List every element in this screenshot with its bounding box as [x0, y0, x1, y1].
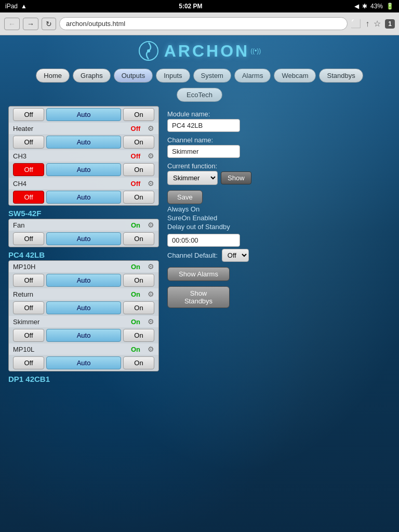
screen-icon[interactable]: ⬜: [351, 19, 361, 29]
channel-status-mp10l: On: [128, 345, 143, 353]
nav-home[interactable]: Home: [36, 69, 70, 83]
channel-row-fan: Fan On ⚙: [9, 219, 158, 231]
channel-row-mp10h: MP10H On ⚙: [9, 261, 158, 272]
channel-default-select[interactable]: Off On: [222, 249, 249, 262]
gear-icon-ch3[interactable]: ⚙: [148, 152, 154, 160]
gear-icon-fan[interactable]: ⚙: [148, 221, 154, 229]
function-select[interactable]: Skimmer Always On Light Heater Pump Fan: [167, 171, 218, 185]
tab-count[interactable]: 1: [385, 19, 395, 29]
show-function-button[interactable]: Show: [221, 171, 251, 184]
gear-icon-mp10l[interactable]: ⚙: [148, 345, 154, 353]
on-btn-pre1[interactable]: On: [123, 108, 154, 121]
channel-row-ch4: CH4 Off ⚙: [9, 178, 158, 189]
auto-btn-mp10h[interactable]: Auto: [46, 274, 121, 287]
channel-name-label: Channel name:: [167, 136, 391, 144]
share-icon[interactable]: ↑: [365, 19, 369, 29]
on-btn-ch3[interactable]: On: [123, 163, 154, 176]
always-on-text: Always On: [167, 205, 391, 213]
browser-bar: ← → ↻ ⬜ ↑ ☆ 1: [0, 12, 399, 35]
gear-icon-heater[interactable]: ⚙: [148, 124, 154, 132]
channel-name-input[interactable]: [167, 145, 240, 158]
channel-status-heater: Off: [128, 125, 143, 132]
auto-btn-ch3[interactable]: Auto: [46, 163, 121, 176]
url-bar[interactable]: [59, 17, 348, 30]
channel-status-ch3: Off: [128, 152, 143, 160]
channel-row-heater: Heater Off ⚙: [9, 123, 158, 134]
nav-system[interactable]: System: [193, 69, 231, 83]
on-btn-return[interactable]: On: [123, 301, 154, 314]
channel-row-return: Return On ⚙: [9, 288, 158, 300]
channel-name-mp10l: MP10L: [13, 345, 128, 353]
status-right: ◀ ✱ 43% 🔋: [354, 3, 394, 10]
default-row: Channel Default: Off On: [167, 249, 391, 262]
off-btn-fan[interactable]: Off: [13, 232, 44, 245]
toggle-row-ch3: Off Auto On: [9, 162, 158, 178]
carrier-label: iPad: [5, 3, 18, 10]
on-btn-ch4[interactable]: On: [123, 191, 154, 204]
auto-btn-heater[interactable]: Auto: [46, 136, 121, 149]
gear-icon-mp10h[interactable]: ⚙: [148, 262, 154, 271]
svg-point-1: [147, 49, 150, 52]
toggle-row-pre1: Off Auto On: [9, 107, 158, 123]
off-btn-mp10h[interactable]: Off: [13, 274, 44, 287]
nav-outputs[interactable]: Outputs: [114, 69, 153, 83]
off-btn-ch3[interactable]: Off: [13, 163, 44, 176]
module-name-label: Module name:: [167, 110, 391, 118]
channel-name-heater: Heater: [13, 125, 128, 132]
auto-btn-pre1[interactable]: Auto: [46, 108, 121, 121]
on-btn-mp10l[interactable]: On: [123, 356, 154, 369]
ecotech-button[interactable]: EcoTech: [177, 88, 222, 102]
channel-block-sw5: Fan On ⚙ Off Auto On: [8, 219, 159, 247]
gear-icon-ch4[interactable]: ⚙: [148, 179, 154, 188]
auto-btn-fan[interactable]: Auto: [46, 232, 121, 245]
channels-panel: Off Auto On Heater Off ⚙ Off Auto On CH3…: [8, 106, 159, 384]
module-name-input[interactable]: [167, 119, 240, 132]
on-btn-mp10h[interactable]: On: [123, 274, 154, 287]
delay-time-input[interactable]: [167, 234, 240, 247]
off-btn-mp10l[interactable]: Off: [13, 356, 44, 369]
auto-btn-return[interactable]: Auto: [46, 301, 121, 314]
delay-standby-text: Delay out of Standby: [167, 223, 391, 231]
channel-name-ch3: CH3: [13, 152, 128, 160]
nav-alarms[interactable]: Alarms: [234, 69, 271, 83]
logo-area: ARCHON ((•)): [0, 35, 399, 65]
nav-inputs[interactable]: Inputs: [156, 69, 190, 83]
nav-graphs[interactable]: Graphs: [73, 69, 111, 83]
toggle-row-mp10l: Off Auto On: [9, 355, 158, 371]
channel-block-pc4: MP10H On ⚙ Off Auto On Return On ⚙ Off A…: [8, 260, 159, 371]
gear-icon-skimmer[interactable]: ⚙: [148, 317, 154, 326]
off-btn-return[interactable]: Off: [13, 301, 44, 314]
channel-name-fan: Fan: [13, 221, 128, 229]
off-btn-skimmer[interactable]: Off: [13, 329, 44, 342]
off-btn-ch4[interactable]: Off: [13, 191, 44, 204]
save-button[interactable]: Save: [167, 190, 203, 204]
back-button[interactable]: ←: [4, 18, 20, 30]
battery-icon: 🔋: [386, 3, 394, 10]
forward-button[interactable]: →: [23, 18, 38, 30]
auto-btn-mp10l[interactable]: Auto: [46, 356, 121, 369]
channel-status-fan: On: [128, 221, 143, 229]
show-standbys-button[interactable]: Show Standbys: [167, 286, 230, 308]
wifi-icon: ▲: [21, 3, 27, 10]
off-btn-heater[interactable]: Off: [13, 136, 44, 149]
on-btn-fan[interactable]: On: [123, 232, 154, 245]
bookmark-icon[interactable]: ☆: [374, 19, 381, 29]
nav-webcam[interactable]: Webcam: [274, 69, 316, 83]
on-btn-skimmer[interactable]: On: [123, 329, 154, 342]
on-btn-heater[interactable]: On: [123, 136, 154, 149]
right-panel: Module name: Channel name: Current funct…: [167, 106, 391, 384]
channel-row-skimmer: Skimmer On ⚙: [9, 316, 158, 327]
refresh-button[interactable]: ↻: [42, 18, 56, 30]
channel-row-ch3: CH3 Off ⚙: [9, 150, 158, 162]
current-function-row: Skimmer Always On Light Heater Pump Fan …: [167, 171, 391, 185]
nav-bar: Home Graphs Outputs Inputs System Alarms…: [0, 65, 399, 86]
channel-status-ch4: Off: [128, 180, 143, 188]
channel-status-mp10h: On: [128, 263, 143, 271]
auto-btn-skimmer[interactable]: Auto: [46, 329, 121, 342]
gear-icon-return[interactable]: ⚙: [148, 290, 154, 298]
nav-standbys[interactable]: Standbys: [319, 69, 363, 83]
show-alarms-button[interactable]: Show Alarms: [167, 267, 230, 281]
auto-btn-ch4[interactable]: Auto: [46, 191, 121, 204]
off-btn-pre1[interactable]: Off: [13, 108, 44, 121]
ecotech-container: EcoTech: [0, 88, 399, 102]
